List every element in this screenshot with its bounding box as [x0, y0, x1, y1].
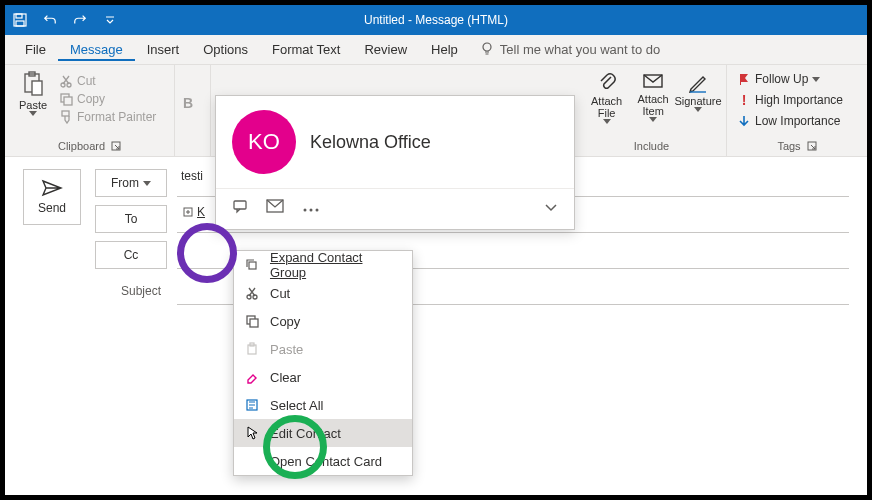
high-importance-label: High Importance [755, 93, 843, 107]
expand-icon [244, 257, 260, 273]
avatar-initials: KO [248, 129, 280, 155]
send-button[interactable]: Send [23, 169, 81, 225]
clipboard-group-label: Clipboard [58, 140, 105, 152]
recipient-chip-text: K [197, 205, 205, 219]
recipient-chip[interactable]: K [181, 205, 207, 219]
ctx-cut[interactable]: Cut [234, 279, 412, 307]
low-importance-label: Low Importance [755, 114, 840, 128]
attach-item-button[interactable]: Attach Item [630, 69, 676, 126]
high-importance-button[interactable]: ! High Importance [735, 91, 845, 109]
dialog-launcher-icon[interactable] [111, 141, 121, 151]
format-painter-label: Format Painter [77, 110, 156, 124]
subject-label: Subject [95, 284, 167, 298]
attach-item-label: Attach Item [634, 93, 672, 117]
from-value: testi [181, 169, 203, 183]
chat-icon[interactable] [232, 198, 248, 218]
svg-rect-6 [32, 81, 42, 95]
bold-button[interactable]: B [183, 95, 193, 111]
follow-up-button[interactable]: Follow Up [735, 71, 845, 87]
redo-icon[interactable] [65, 5, 95, 35]
select-all-icon [244, 397, 260, 413]
from-button[interactable]: From [95, 169, 167, 197]
low-importance-button[interactable]: Low Importance [735, 113, 845, 129]
group-include: Attach File Attach Item Signature Includ… [577, 65, 727, 156]
svg-rect-1 [16, 14, 22, 18]
svg-point-20 [310, 208, 313, 211]
tags-group-label: Tags [777, 140, 800, 152]
svg-rect-2 [16, 21, 24, 26]
scissors-icon [244, 285, 260, 301]
qat-customize-icon[interactable] [95, 5, 125, 35]
paste-button[interactable]: Paste [13, 69, 53, 120]
contact-name: Kelowna Office [310, 132, 431, 153]
ctx-select-all[interactable]: Select All [234, 391, 412, 419]
ctx-clear[interactable]: Clear [234, 363, 412, 391]
to-label: To [125, 212, 138, 226]
cc-button[interactable]: Cc [95, 241, 167, 269]
cut-button[interactable]: Cut [57, 73, 158, 89]
from-label: From [111, 176, 139, 190]
menu-help[interactable]: Help [419, 38, 470, 61]
eraser-icon [244, 369, 260, 385]
copy-icon [244, 313, 260, 329]
cc-label: Cc [124, 248, 139, 262]
cut-label: Cut [77, 74, 96, 88]
menu-review[interactable]: Review [352, 38, 419, 61]
contact-card: KO Kelowna Office [215, 95, 575, 230]
more-icon[interactable] [302, 199, 320, 217]
mail-icon[interactable] [266, 199, 284, 217]
svg-rect-17 [234, 201, 246, 209]
svg-point-21 [316, 208, 319, 211]
svg-rect-26 [250, 319, 258, 327]
ctx-edit-contact-label: Edit Contact [270, 426, 341, 441]
ctx-select-all-label: Select All [270, 398, 323, 413]
svg-rect-22 [249, 262, 256, 269]
copy-label: Copy [77, 92, 105, 106]
menu-bar: File Message Insert Options Format Text … [5, 35, 867, 65]
ctx-copy[interactable]: Copy [234, 307, 412, 335]
paste-icon [244, 341, 260, 357]
include-group-label: Include [634, 140, 669, 152]
ctx-cut-label: Cut [270, 286, 290, 301]
tell-me-input[interactable]: Tell me what you want to do [500, 42, 660, 57]
undo-icon[interactable] [35, 5, 65, 35]
title-bar: Untitled - Message (HTML) [5, 5, 867, 35]
signature-label: Signature [674, 95, 721, 107]
svg-point-3 [483, 43, 491, 51]
avatar: KO [232, 110, 296, 174]
group-font-partial: B [175, 65, 211, 156]
chevron-down-icon[interactable] [544, 199, 558, 217]
group-clipboard: Paste Cut Copy Format Painter [5, 65, 175, 156]
svg-rect-10 [64, 97, 72, 105]
svg-point-19 [304, 208, 307, 211]
svg-rect-11 [62, 111, 69, 116]
cursor-icon [244, 425, 260, 441]
ctx-copy-label: Copy [270, 314, 300, 329]
save-icon[interactable] [5, 5, 35, 35]
signature-button[interactable]: Signature [678, 69, 718, 116]
menu-message[interactable]: Message [58, 38, 135, 61]
ctx-expand-contact-group[interactable]: Expand Contact Group [234, 251, 412, 279]
window-title: Untitled - Message (HTML) [125, 13, 747, 27]
send-label: Send [38, 201, 66, 215]
dialog-launcher-icon[interactable] [807, 141, 817, 151]
menu-insert[interactable]: Insert [135, 38, 192, 61]
attach-file-label: Attach File [589, 95, 624, 119]
context-menu: Expand Contact Group Cut Copy Paste Clea… [233, 250, 413, 476]
ctx-expand-label: Expand Contact Group [270, 250, 402, 280]
follow-up-label: Follow Up [755, 72, 808, 86]
lightbulb-icon [480, 41, 494, 58]
ctx-edit-contact[interactable]: Edit Contact [234, 419, 412, 447]
ctx-paste-label: Paste [270, 342, 303, 357]
menu-format-text[interactable]: Format Text [260, 38, 352, 61]
ctx-open-contact-card[interactable]: Open Contact Card [234, 447, 412, 475]
menu-file[interactable]: File [13, 38, 58, 61]
menu-options[interactable]: Options [191, 38, 260, 61]
to-button[interactable]: To [95, 205, 167, 233]
exclamation-icon: ! [737, 92, 751, 108]
format-painter-button[interactable]: Format Painter [57, 109, 158, 125]
attach-file-button[interactable]: Attach File [585, 69, 628, 128]
group-tags: Follow Up ! High Importance Low Importan… [727, 65, 867, 156]
copy-button[interactable]: Copy [57, 91, 158, 107]
paste-label: Paste [19, 99, 47, 111]
